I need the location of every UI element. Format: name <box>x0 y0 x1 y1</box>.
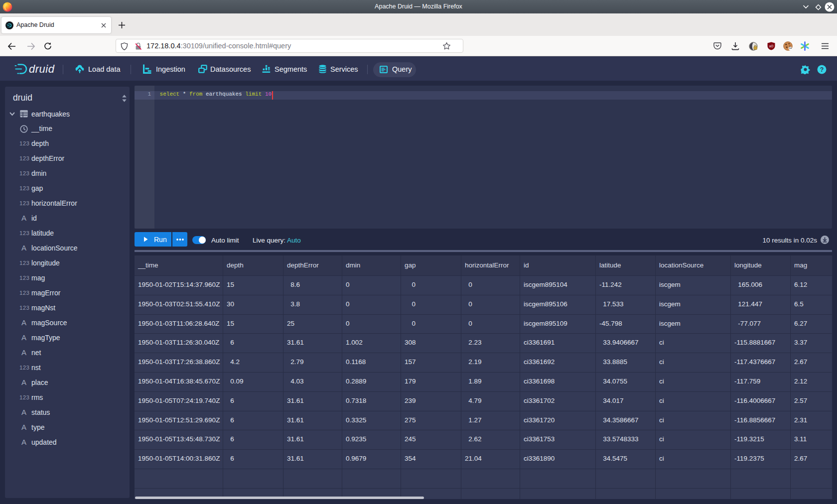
svg-text:uO: uO <box>769 44 774 48</box>
svg-text:?: ? <box>820 66 824 73</box>
